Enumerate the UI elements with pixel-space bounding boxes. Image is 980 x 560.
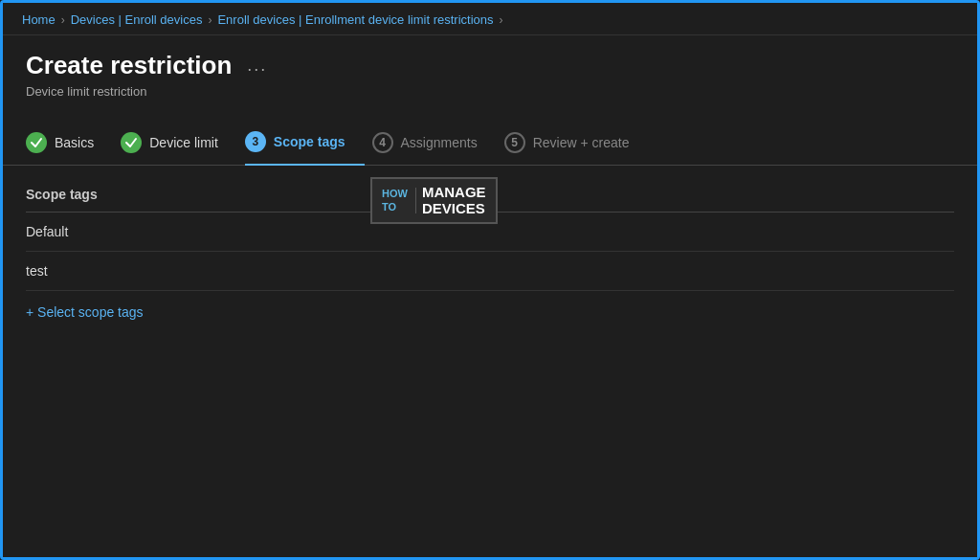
watermark-how: HOW TO — [382, 188, 416, 213]
scope-tag-default: Default — [26, 224, 313, 239]
table-header: Scope tags HOW TO MANAGE DEVICES — [26, 175, 954, 213]
watermark-to-text: TO — [382, 201, 408, 213]
col-scope-tags-header: Scope tags — [26, 187, 313, 202]
watermark-manage-devices: MANAGE DEVICES — [422, 185, 486, 216]
step-1-label: Basics — [55, 135, 94, 150]
breadcrumb-restrictions[interactable]: Enroll devices | Enrollment device limit… — [217, 12, 493, 27]
page-subtitle: Device limit restriction — [26, 84, 954, 99]
step-1-circle — [26, 132, 47, 153]
step-3-label: Scope tags — [274, 134, 345, 149]
breadcrumb-enroll[interactable]: Devices | Enroll devices — [71, 12, 203, 27]
watermark-badge: HOW TO MANAGE DEVICES — [370, 177, 498, 224]
watermark-manage-text: MANAGE — [422, 185, 486, 201]
breadcrumb-sep-2: › — [208, 13, 212, 27]
step-basics[interactable]: Basics — [26, 124, 113, 165]
breadcrumb: Home › Devices | Enroll devices › Enroll… — [3, 3, 977, 35]
step-device-limit[interactable]: Device limit — [121, 124, 237, 165]
breadcrumb-sep-3: › — [499, 13, 502, 27]
step-4-circle: 4 — [372, 132, 393, 153]
step-5-label: Review + create — [533, 135, 630, 150]
content-area: Scope tags HOW TO MANAGE DEVICES — [3, 166, 977, 557]
page-title: Create restriction — [26, 51, 232, 80]
step-5-circle: 5 — [504, 132, 525, 153]
step-2-label: Device limit — [149, 135, 218, 150]
page-header: Create restriction ... Device limit rest… — [3, 35, 977, 108]
step-assignments[interactable]: 4 Assignments — [372, 124, 497, 165]
step-4-label: Assignments — [401, 135, 478, 150]
step-3-circle: 3 — [245, 131, 266, 152]
breadcrumb-sep-1: › — [61, 13, 65, 27]
step-review-create[interactable]: 5 Review + create — [504, 124, 649, 165]
main-content: Scope tags HOW TO MANAGE DEVICES — [3, 166, 977, 557]
scope-tag-test: test — [26, 263, 313, 279]
table-row: test — [26, 252, 954, 291]
watermark-area: HOW TO MANAGE DEVICES — [313, 187, 954, 202]
watermark-devices-text: DEVICES — [422, 201, 486, 217]
ellipsis-button[interactable]: ... — [241, 54, 273, 78]
step-scope-tags[interactable]: 3 Scope tags — [245, 123, 365, 166]
steps-nav: Basics Device limit 3 Scope tags 4 Assig… — [3, 108, 977, 166]
select-scope-tags-link[interactable]: + Select scope tags — [26, 291, 144, 329]
watermark-how-text: HOW — [382, 188, 408, 200]
step-2-circle — [121, 132, 142, 153]
breadcrumb-home[interactable]: Home — [22, 12, 56, 27]
